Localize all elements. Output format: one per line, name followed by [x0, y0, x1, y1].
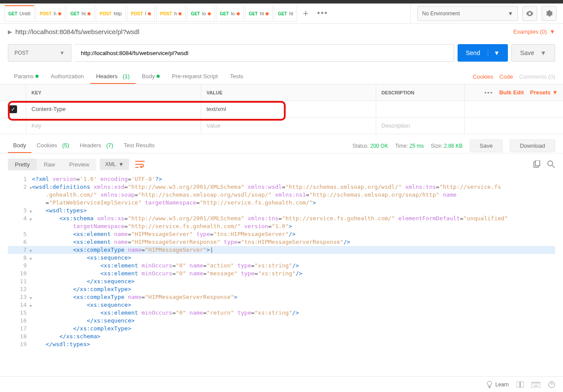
code-line: 1<?xml version='1.0' encoding='UTF-8'?> [8, 175, 555, 183]
response-tab-cookies[interactable]: Cookies (5) [31, 139, 74, 153]
save-response-button[interactable]: Save [470, 139, 503, 152]
chevron-down-icon: ▼ [119, 161, 124, 167]
chevron-down-icon: ▼ [508, 10, 513, 17]
svg-rect-1 [535, 160, 540, 166]
tab-body[interactable]: Body [136, 69, 166, 84]
format-raw[interactable]: Raw [37, 159, 62, 170]
tab-headers[interactable]: Headers (1) [90, 69, 136, 84]
unsaved-dot-icon [148, 12, 151, 15]
request-tab[interactable]: POSTh [156, 5, 185, 22]
method-select[interactable]: POST ▼ [8, 44, 71, 62]
tab-method: GET [70, 11, 80, 16]
header-checkbox[interactable]: ✓ [9, 105, 17, 113]
header-desc-col: DESCRIPTION [376, 84, 465, 101]
tab-authorization[interactable]: Authorization [45, 69, 90, 84]
tab-method: POST [131, 11, 143, 16]
comments-link[interactable]: Comments (0) [519, 73, 555, 80]
tab-params[interactable]: Params [8, 69, 45, 84]
presets-link[interactable]: Presets ▼ [530, 89, 558, 96]
environment-select[interactable]: No Environment ▼ [417, 6, 518, 21]
request-title: http://localhost:8084/fs/webservice/pl?w… [15, 28, 514, 35]
tab-method: GET [191, 11, 200, 16]
header-key-col: KEY [26, 84, 201, 101]
download-button[interactable]: Download [510, 139, 555, 152]
tab-title: lo [202, 11, 206, 16]
code-line: 15 <xs:element minOccurs="0" name="retur… [8, 309, 555, 317]
header-desc-input[interactable] [381, 122, 459, 129]
unsaved-dot-icon [178, 12, 182, 15]
header-value-input[interactable] [206, 122, 371, 129]
unsaved-dot-icon [237, 12, 240, 15]
tab-method: POST [40, 11, 52, 16]
header-key-input[interactable] [31, 106, 196, 112]
format-pretty[interactable]: Pretty [8, 159, 37, 170]
code-line: 14▼ <xs:sequence> [8, 301, 555, 309]
request-tab[interactable]: GETht [274, 5, 297, 22]
request-tab[interactable]: GETht [245, 5, 273, 22]
request-tab[interactable]: GETlo [187, 5, 214, 22]
response-tab-tests[interactable]: Test Results [119, 139, 160, 153]
save-button[interactable]: Save ▼ [511, 44, 555, 62]
code-line: 6 <xs:element name="HIPMessageServerResp… [8, 238, 555, 246]
header-row-new [0, 118, 563, 134]
more-tabs-button[interactable]: ••• [313, 9, 332, 18]
tab-method: GET [278, 11, 287, 16]
svg-point-2 [548, 161, 553, 166]
unsaved-dot-icon [58, 12, 61, 15]
unsaved-dot-icon [87, 12, 91, 15]
bulk-edit-link[interactable]: Bulk Edit [499, 89, 524, 96]
tab-title: h [54, 11, 56, 16]
response-tab-body[interactable]: Body [8, 139, 31, 153]
tab-method: POST [100, 11, 112, 16]
panels-icon[interactable] [517, 382, 524, 388]
code-line: targetNamespace="http://service.fs.gohea… [8, 222, 555, 230]
code-line: 18 </xs:schema> [8, 333, 555, 340]
help-icon[interactable] [548, 381, 555, 388]
request-tab[interactable]: GETUntitl [4, 5, 35, 22]
url-input[interactable] [75, 44, 454, 62]
wrap-button[interactable] [133, 158, 147, 171]
chevron-down-icon: ▼ [59, 50, 65, 56]
header-row: ✓ [0, 101, 563, 118]
tab-tests[interactable]: Tests [224, 69, 249, 84]
code-link[interactable]: Code [500, 73, 513, 80]
code-line: 5 <xs:element name="HIPMessageServer" ty… [8, 230, 555, 238]
search-icon[interactable] [547, 160, 555, 168]
tab-title: Untitl [20, 11, 31, 16]
chevron-down-icon: ▼ [488, 49, 500, 56]
language-select[interactable]: XML▼ [100, 159, 129, 170]
request-tab[interactable]: POSThttp [96, 5, 126, 22]
examples-dropdown[interactable]: Examples (0) ▼ [514, 28, 555, 35]
cookies-link[interactable]: Cookies [473, 73, 493, 80]
code-line: 9 <xs:element minOccurs="0" name="action… [8, 262, 555, 270]
tab-title: ht [82, 11, 86, 16]
unsaved-dot-icon [208, 12, 211, 15]
request-tab[interactable]: POSTl [127, 5, 155, 22]
tab-title: ht [260, 11, 264, 16]
copy-icon[interactable] [532, 160, 540, 168]
format-preview[interactable]: Preview [62, 159, 96, 170]
request-tab[interactable]: POSTh [36, 5, 65, 22]
chevron-down-icon: ▼ [549, 28, 555, 35]
code-line: 10 <xs:element minOccurs="0" name="messa… [8, 270, 555, 278]
learn-link[interactable]: Learn [495, 382, 509, 388]
tab-prerequest[interactable]: Pre-request Script [166, 69, 224, 84]
request-tabs: GETUntitlPOSThGEThtPOSThttpPOSTlPOSThGET… [0, 3, 410, 23]
header-key-input[interactable] [31, 122, 196, 129]
send-button[interactable]: Send ▼ [458, 44, 508, 62]
code-line: .gohealth.com/" xmlns:soap="http://schem… [8, 191, 555, 199]
environment-preview-button[interactable] [522, 6, 537, 21]
response-tab-headers[interactable]: Headers (7) [74, 139, 119, 153]
header-value-input[interactable] [206, 106, 371, 112]
request-tab[interactable]: GETlo [216, 5, 244, 22]
tab-method: GET [220, 11, 229, 16]
settings-button[interactable] [542, 6, 556, 21]
code-line: 4▼ <xs:schema xmlns:xs="http://www.w3.or… [8, 215, 555, 222]
request-tab[interactable]: GETht [66, 5, 94, 22]
expand-icon[interactable]: ▶ [8, 29, 12, 35]
more-icon[interactable]: ••• [485, 89, 493, 96]
keyboard-icon[interactable] [532, 382, 540, 388]
response-body: 1<?xml version='1.0' encoding='UTF-8'?>2… [0, 175, 563, 348]
code-line: ="PlatWebServiceImplService" targetNames… [8, 199, 555, 207]
add-tab-button[interactable]: + [298, 8, 313, 19]
